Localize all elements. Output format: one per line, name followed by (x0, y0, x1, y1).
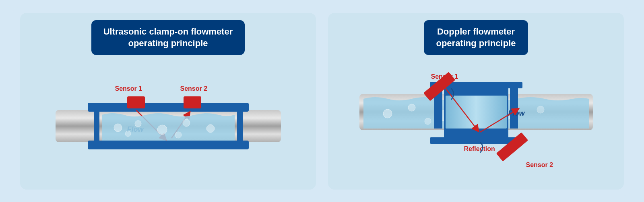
flow-text-right: Flow (508, 109, 525, 118)
body-window-right (446, 96, 507, 129)
sensor2-right-label: Sensor 2 (526, 161, 553, 169)
left-panel: Ultrasonic clamp-on flowmeter operating … (20, 13, 316, 190)
sensor1-left-label: Sensor 1 (115, 85, 142, 92)
svg-point-1 (135, 120, 141, 127)
sensor2-left-label: Sensor 2 (180, 85, 208, 92)
sensor1-right-label: Sensor 1 (431, 73, 458, 80)
svg-point-14 (537, 106, 544, 113)
right-title-line1: Doppler flowmeter (437, 27, 515, 37)
svg-point-15 (425, 118, 431, 124)
svg-point-10 (408, 104, 415, 111)
right-diagram-area: Sensor 1 Sensor 2 Flow Reflection (328, 55, 624, 190)
svg-point-5 (125, 131, 131, 137)
svg-point-2 (157, 125, 167, 135)
left-panel-title: Ultrasonic clamp-on flowmeter operating … (91, 20, 245, 55)
left-diagram: Sensor 1 Sensor 2 Flow (56, 78, 281, 166)
left-diagram-area: Sensor 1 Sensor 2 Flow (20, 55, 316, 190)
strut-left-right (237, 112, 243, 141)
svg-point-3 (183, 119, 190, 127)
svg-point-6 (175, 132, 182, 138)
svg-point-4 (206, 124, 215, 133)
liquid-left (102, 112, 235, 141)
right-title-line2: operating principle (436, 38, 516, 48)
right-panel: Doppler flowmeter operating principle (328, 13, 624, 190)
left-title-line2: operating principle (128, 38, 208, 48)
main-container: Ultrasonic clamp-on flowmeter operating … (12, 7, 632, 196)
reflection-label-right: Reflection (464, 145, 495, 153)
right-diagram: Sensor 1 Sensor 2 Flow Reflection (359, 70, 593, 174)
right-panel-title: Doppler flowmeter operating principle (424, 20, 528, 55)
svg-point-0 (114, 124, 122, 132)
left-title-line1: Ultrasonic clamp-on flowmeter (103, 27, 233, 37)
right-strut-right (510, 88, 518, 129)
svg-point-9 (383, 109, 392, 118)
strut-left-left (94, 112, 99, 141)
